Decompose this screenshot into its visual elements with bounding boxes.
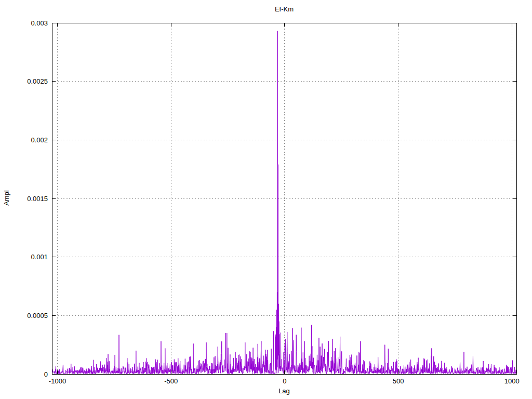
y-tick-label: 0.001 — [31, 253, 48, 261]
x-tick-label: -1000 — [49, 377, 66, 385]
x-tick-label: 1000 — [504, 377, 520, 385]
plot-svg: 00.00050.0010.00150.0020.00250.003-1000-… — [0, 0, 532, 399]
series-line — [52, 31, 516, 374]
y-tick-label: 0.0025 — [27, 77, 48, 85]
x-axis-label: Lag — [52, 387, 516, 395]
y-tick-label: 0 — [44, 370, 48, 378]
y-tick-label: 0.003 — [31, 19, 48, 27]
x-tick-label: -500 — [164, 377, 178, 385]
y-axis-label: Ampl — [3, 177, 11, 219]
y-tick-label: 0.002 — [31, 136, 48, 144]
chart-title: Ef-Km — [52, 5, 516, 14]
y-tick-label: 0.0005 — [27, 312, 48, 320]
x-tick-label: 500 — [393, 377, 404, 385]
x-tick-label: 0 — [283, 377, 286, 385]
chart: 00.00050.0010.00150.0020.00250.003-1000-… — [0, 0, 532, 399]
y-tick-label: 0.0015 — [27, 195, 48, 203]
